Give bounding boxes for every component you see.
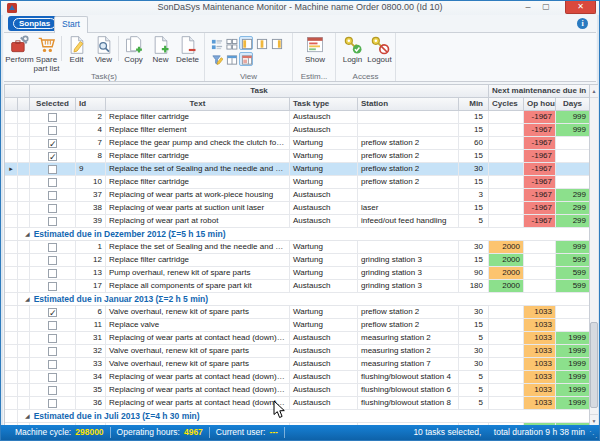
column-header-selected[interactable]: Selected [30, 98, 76, 111]
selected-cell[interactable] [30, 176, 76, 189]
table-row[interactable]: 2 Replace filter cartridge Austausch 15 … [5, 111, 598, 124]
band-header-next-maintenance[interactable]: Next maintenance due in [489, 85, 590, 98]
table-row[interactable]: 34 Replacing of wear parts at contact he… [5, 371, 598, 384]
selected-cell[interactable] [30, 124, 76, 137]
selected-cell[interactable] [30, 150, 76, 163]
selected-cell[interactable] [30, 254, 76, 267]
grid-view-button[interactable] [224, 36, 238, 50]
show-button[interactable]: Show [297, 34, 333, 65]
table-row[interactable]: 7 Replace the gear pump and check the cl… [5, 137, 598, 150]
table-row[interactable]: ▸ 9 Replace the set of Sealing and the n… [5, 163, 598, 176]
detail-view-button[interactable] [209, 36, 223, 50]
close-button[interactable]: ✕ [565, 1, 596, 14]
row-checkbox[interactable] [48, 282, 57, 291]
column-header-task-type[interactable]: Task type [290, 98, 358, 111]
selected-cell[interactable] [30, 241, 76, 254]
selected-cell[interactable] [30, 111, 76, 124]
delete-button[interactable]: Delete [174, 34, 201, 73]
selected-cell[interactable] [30, 345, 76, 358]
column-layout-left-button[interactable] [239, 36, 253, 50]
tab-start[interactable]: Start [54, 16, 88, 33]
table-row[interactable]: 12 Replace filter cartridge Wartung grin… [5, 254, 598, 267]
column-header-op-hours[interactable]: Op hou... [524, 98, 556, 111]
column-header-days[interactable]: Days [556, 98, 590, 111]
row-checkbox[interactable] [48, 386, 57, 395]
table-row[interactable]: 10 Replace filter cartridge Wartung pref… [5, 176, 598, 189]
edit-button[interactable]: Edit [63, 34, 90, 73]
table-row[interactable]: 1 Replace the set of Sealing and the nee… [5, 241, 598, 254]
row-checkbox[interactable] [48, 126, 57, 135]
maximize-button[interactable]: ▢ [539, 1, 553, 14]
table-row[interactable]: 37 Replacing of wear parts at work-piece… [5, 189, 598, 202]
row-checkbox[interactable] [48, 321, 57, 330]
selected-cell[interactable] [30, 267, 76, 280]
collapse-group-icon[interactable]: ◢ [25, 231, 30, 237]
row-checkbox[interactable] [48, 139, 57, 148]
column-layout-middle-button[interactable] [254, 36, 268, 50]
row-checkbox[interactable] [48, 113, 57, 122]
table-row[interactable]: 36 Replacing of wear parts at contact he… [5, 397, 598, 410]
selected-cell[interactable] [30, 202, 76, 215]
row-checkbox[interactable] [48, 165, 57, 174]
column-header-id[interactable]: Id [76, 98, 106, 111]
table-row[interactable]: 13 Pump overhaul, renew kit of spare par… [5, 267, 598, 280]
resize-grip-icon[interactable]: ⋱ [589, 431, 597, 439]
collapse-group-icon[interactable]: ◢ [25, 413, 30, 419]
estimation-grid-button[interactable] [239, 52, 253, 66]
table-row[interactable]: 4 Replace filter element Austausch 15 -1… [5, 124, 598, 137]
row-checkbox[interactable] [48, 204, 57, 213]
row-checkbox[interactable] [48, 191, 57, 200]
table-row[interactable]: 38 Replacing of wear parts at suction un… [5, 202, 598, 215]
row-checkbox[interactable] [48, 256, 57, 265]
selected-cell[interactable] [30, 384, 76, 397]
filter-edit-button[interactable] [209, 52, 223, 66]
logout-button[interactable]: Logout [366, 34, 393, 65]
table-row[interactable]: 32 Valve overhaul, renew kit of spare pa… [5, 345, 598, 358]
info-icon[interactable]: i [577, 18, 588, 29]
table-row[interactable]: 33 Valve overhaul, renew kit of spare pa… [5, 358, 598, 371]
row-checkbox[interactable] [48, 399, 57, 408]
table-row[interactable]: 11 Replace valve Wartung preflow station… [5, 319, 598, 332]
group-header-row[interactable]: ◢Estimated due in Juli 2013 (Σ=4 h 30 mi… [5, 410, 598, 423]
selected-cell[interactable] [30, 163, 76, 176]
copy-button[interactable]: Copy [120, 34, 147, 73]
column-header-cycles[interactable]: Cycles [489, 98, 524, 111]
row-checkbox[interactable] [48, 243, 57, 252]
column-header-min[interactable]: Min [459, 98, 489, 111]
selected-cell[interactable] [30, 319, 76, 332]
selected-cell[interactable] [30, 137, 76, 150]
spare-part-list-button[interactable]: Spare part list [33, 34, 60, 73]
selected-cell[interactable] [30, 397, 76, 410]
minimize-button[interactable]: – [521, 1, 535, 14]
table-row[interactable]: 35 Replacing of wear parts at contact he… [5, 384, 598, 397]
row-checkbox[interactable] [48, 360, 57, 369]
selected-cell[interactable] [30, 280, 76, 293]
column-layout-right-button[interactable] [269, 36, 283, 50]
row-checkbox[interactable] [48, 217, 57, 226]
selected-cell[interactable] [30, 215, 76, 228]
group-header-row[interactable]: ◢Estimated due in Dezember 2012 (Σ=5 h 1… [5, 228, 598, 241]
view-button[interactable]: View [90, 34, 117, 73]
column-chooser-button[interactable] [224, 52, 238, 66]
table-row[interactable]: 17 Replace all components of spare part … [5, 280, 598, 293]
selected-cell[interactable] [30, 371, 76, 384]
selected-cell[interactable] [30, 189, 76, 202]
column-header-station[interactable]: Station [358, 98, 459, 111]
scrollbar-thumb[interactable] [590, 322, 598, 408]
table-row[interactable]: 31 Replacing of wear parts at contact he… [5, 332, 598, 345]
scroll-up-icon[interactable]: ▲ [590, 85, 598, 98]
vertical-scrollbar[interactable]: ▲ ▼ [589, 85, 598, 427]
table-row[interactable]: 39 Replacing of wear part at robot Austa… [5, 215, 598, 228]
table-row[interactable]: 6 Valve overhaul, renew kit of spare par… [5, 306, 598, 319]
collapse-group-icon[interactable]: ◢ [25, 296, 30, 302]
row-checkbox[interactable] [48, 269, 57, 278]
column-header-text[interactable]: Text [106, 98, 290, 111]
row-checkbox[interactable] [48, 178, 57, 187]
row-checkbox[interactable] [48, 334, 57, 343]
row-checkbox[interactable] [48, 373, 57, 382]
selected-cell[interactable] [30, 332, 76, 345]
new-button[interactable]: New [147, 34, 174, 73]
selected-cell[interactable] [30, 306, 76, 319]
group-header-row[interactable]: ◢Estimated due in Januar 2013 (Σ=2 h 5 m… [5, 293, 598, 306]
table-row[interactable]: 8 Replace filter cartridge Wartung prefl… [5, 150, 598, 163]
